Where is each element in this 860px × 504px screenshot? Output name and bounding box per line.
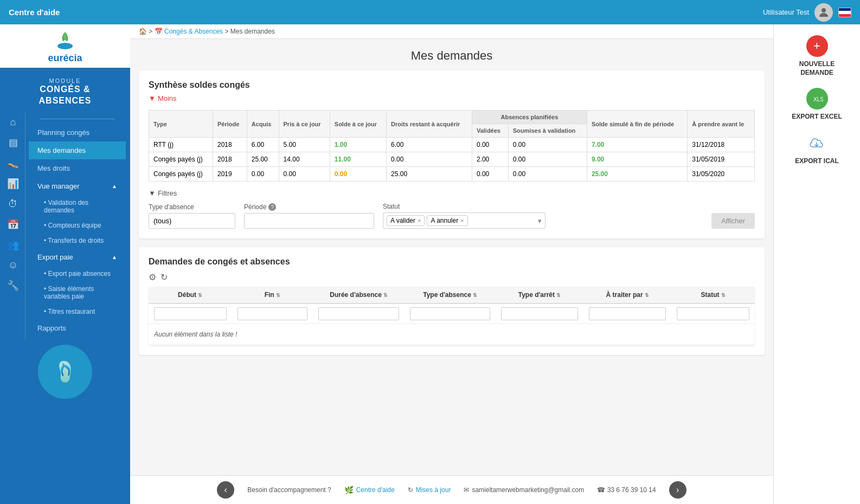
- type-absence-filter-input[interactable]: [410, 307, 490, 320]
- svg-point-1: [57, 43, 73, 49]
- demandes-col-header[interactable]: Durée d'absence ⇅: [313, 287, 405, 303]
- demandes-col-header[interactable]: Statut ⇅: [671, 287, 755, 303]
- remove-a-valider[interactable]: ×: [418, 217, 421, 224]
- avatar[interactable]: [814, 3, 833, 22]
- filter-toggle[interactable]: ▼ Filtres: [149, 189, 755, 197]
- fin-filter-input[interactable]: [238, 307, 307, 320]
- nouvelle-demande-action[interactable]: + NOUVELLE DEMANDE: [799, 35, 835, 77]
- periode-label: Période ?: [244, 203, 374, 211]
- content-area: Mes demandes Synthèse soldes congés ▼ Mo…: [130, 39, 773, 475]
- module-title: CONGÉS & ABSENCES: [5, 84, 125, 107]
- th-validees: Validées: [472, 124, 508, 138]
- afficher-button[interactable]: Afficher: [711, 213, 755, 229]
- duree-filter-input[interactable]: [318, 307, 399, 320]
- footer-prev-button[interactable]: ‹: [217, 481, 234, 499]
- footer-mises-a-jour[interactable]: ↻ Mises à jour: [408, 486, 451, 494]
- sort-icon: ⇅: [721, 293, 726, 298]
- sidebar-item-vue-manager[interactable]: Vue manager ▲: [29, 177, 126, 195]
- demandes-col-header[interactable]: Début ⇅: [149, 287, 232, 303]
- top-bar: Centre d'aide Utilisateur Test: [0, 0, 860, 24]
- demandes-col-header[interactable]: Fin ⇅: [232, 287, 313, 303]
- footer-centre-aide[interactable]: 🌿 Centre d'aide: [344, 486, 395, 494]
- demandes-empty-row: Aucun élément dans la liste !: [149, 324, 755, 345]
- demandes-filter-row: [149, 303, 755, 324]
- footer-email[interactable]: ✉ samieltamerwebmarketing@gmail.com: [464, 486, 584, 494]
- language-flag[interactable]: [838, 8, 851, 17]
- sidebar-item-mes-demandes[interactable]: Mes demandes: [29, 141, 126, 159]
- svg-text:XLS: XLS: [813, 96, 823, 102]
- sidebar-logo: eurécia: [0, 24, 130, 68]
- footer-phone: ☎ 33 6 76 39 10 14: [597, 486, 656, 494]
- centre-aide-title[interactable]: Centre d'aide: [9, 8, 60, 17]
- sidebar-subitem-saisie[interactable]: Saisie éléments variables paie: [29, 281, 126, 304]
- sort-icon: ⇅: [556, 293, 561, 298]
- sidebar-subitem-compteurs[interactable]: Compteurs équipe: [29, 218, 126, 233]
- filter-row: Type d'absence (tous) Période ?: [149, 203, 755, 229]
- demandes-table: Début ⇅Fin ⇅Durée d'absence ⇅Type d'abse…: [149, 287, 755, 345]
- clock-icon[interactable]: ⏱: [8, 198, 18, 210]
- settings-icon[interactable]: ⚙: [149, 272, 156, 282]
- sidebar-module: MODULE CONGÉS & ABSENCES: [0, 68, 130, 112]
- th-periode: Période: [213, 111, 247, 138]
- statut-filter-input[interactable]: [677, 307, 749, 320]
- export-ical-action[interactable]: EXPORT ICAL: [795, 132, 839, 166]
- tag-a-valider[interactable]: A valider ×: [387, 215, 425, 226]
- periode-help-icon[interactable]: ?: [268, 203, 276, 211]
- type-arret-filter-input[interactable]: [501, 307, 578, 320]
- wrench-icon[interactable]: 🔧: [7, 280, 19, 292]
- export-excel-label: EXPORT EXCEL: [792, 113, 842, 121]
- people-icon[interactable]: 👥: [7, 239, 19, 251]
- filter-section: ▼ Filtres Type d'absence (tous) Péri: [149, 189, 755, 229]
- demandes-col-header[interactable]: Type d'arrêt ⇅: [496, 287, 583, 303]
- sort-icon: ⇅: [473, 293, 477, 298]
- type-absence-select[interactable]: (tous): [149, 213, 235, 229]
- folder-icon[interactable]: ▤: [9, 137, 18, 148]
- synthese-row: Congés payés (j) 2019 0.00 0.00 0.00 25.…: [149, 167, 755, 182]
- th-solde: Solde à ce jour: [330, 111, 386, 138]
- statut-select-wrapper[interactable]: A valider × A annuler × ▾: [383, 212, 545, 229]
- demandes-col-header[interactable]: À traiter par ⇅: [583, 287, 671, 303]
- th-droits: Droits restant à acquérir: [387, 111, 472, 138]
- breadcrumb-sep2: >: [224, 28, 230, 35]
- type-absence-group: Type d'absence (tous): [149, 203, 235, 229]
- export-excel-action[interactable]: XLS EXPORT EXCEL: [792, 88, 842, 121]
- sidebar-item-mes-droits[interactable]: Mes droits: [29, 159, 126, 177]
- periode-select[interactable]: [244, 213, 374, 229]
- footer-next-button[interactable]: ›: [669, 481, 686, 499]
- sidebar-subitem-validation[interactable]: Validation des demandes: [29, 195, 126, 218]
- sidebar-subitem-transferts[interactable]: Transferts de droits: [29, 233, 126, 248]
- sidebar-subitem-titres[interactable]: Titres restaurant: [29, 304, 126, 319]
- periode-group: Période ?: [244, 203, 374, 229]
- sidebar-nav: Planning congés Mes demandes Mes droits …: [29, 112, 126, 339]
- table-controls: ⚙ ↻: [149, 272, 755, 282]
- sidebar-item-planning-conges[interactable]: Planning congés: [29, 124, 126, 141]
- flip-flop-icon[interactable]: 👡: [7, 157, 19, 169]
- sort-icon: ⇅: [276, 293, 280, 298]
- breadcrumb-conges[interactable]: Congés & Absences: [164, 28, 223, 35]
- smile-icon[interactable]: ☺: [8, 260, 18, 271]
- calendar-icon[interactable]: 📅: [7, 218, 19, 230]
- leaf-icon: 🌿: [344, 486, 354, 494]
- email-icon: ✉: [464, 486, 469, 494]
- demandes-col-header[interactable]: Type d'absence ⇅: [405, 287, 496, 303]
- sidebar-subitem-export-absences[interactable]: Export paie absences: [29, 266, 126, 281]
- sidebar-item-rapports[interactable]: Rapports: [29, 319, 126, 337]
- sidebar-bottom: 🩴: [0, 339, 130, 404]
- synthese-toggle[interactable]: ▼ Moins: [149, 94, 177, 102]
- tag-a-annuler[interactable]: A annuler ×: [427, 215, 467, 226]
- export-excel-icon: XLS: [806, 88, 828, 109]
- breadcrumb-home[interactable]: 🏠: [139, 28, 147, 35]
- sidebar-item-export-paie[interactable]: Export paie ▲: [29, 248, 126, 266]
- logo-text: eurécia: [48, 53, 82, 64]
- refresh-icon[interactable]: ↻: [161, 272, 168, 282]
- statut-dropdown-arrow[interactable]: ▾: [538, 217, 542, 225]
- synthese-card: Synthèse soldes congés ▼ Moins Type Péri…: [139, 70, 765, 238]
- refresh-footer-icon: ↻: [408, 486, 413, 494]
- remove-a-annuler[interactable]: ×: [460, 217, 464, 224]
- a-traiter-par-filter-input[interactable]: [589, 307, 666, 320]
- synthese-row: Congés payés (j) 2018 25.00 14.00 11.00 …: [149, 152, 755, 167]
- debut-filter-input[interactable]: [154, 307, 227, 320]
- chart-icon[interactable]: 📊: [7, 178, 19, 190]
- sidebar: eurécia MODULE CONGÉS & ABSENCES ⌂ ▤ 👡 📊…: [0, 24, 130, 504]
- home-icon[interactable]: ⌂: [10, 117, 16, 128]
